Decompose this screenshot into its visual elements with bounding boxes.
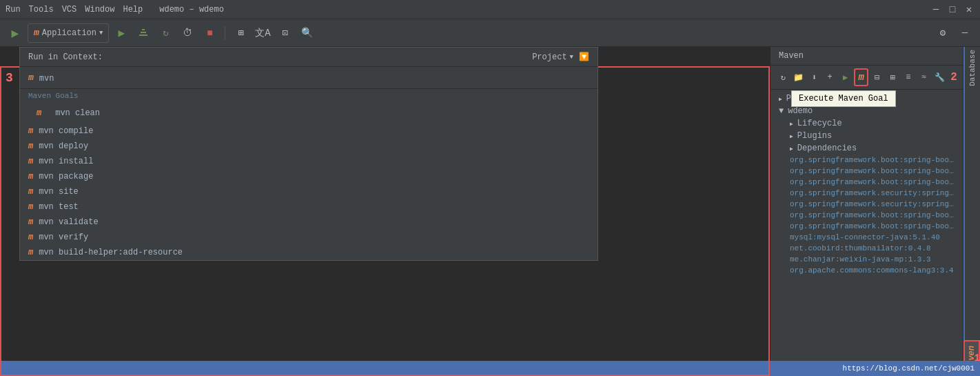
goal-item-test[interactable]: m mvn test bbox=[20, 199, 598, 215]
run-config-selector[interactable]: m Application ▼ bbox=[28, 23, 109, 43]
goal-icon-deploy: m bbox=[28, 141, 33, 151]
search-button[interactable]: 🔍 bbox=[297, 23, 316, 43]
dep-item-10[interactable]: org.apache.commons:commons-lang3:3.4 bbox=[770, 265, 963, 276]
maven-folder-button[interactable]: 📁 bbox=[792, 68, 806, 86]
run-button[interactable]: ▶ bbox=[112, 23, 131, 43]
goal-item-verify[interactable]: m mvn verify bbox=[20, 230, 598, 245]
dep-item-8[interactable]: net.coobird:thumbnailator:0.4.8 bbox=[770, 243, 963, 254]
goal-icon-site: m bbox=[28, 187, 33, 197]
svg-rect-1 bbox=[141, 32, 146, 33]
filter-button[interactable]: 🔽 bbox=[579, 52, 589, 62]
status-bar: https://blog.csdn.net/cjw0001 bbox=[0, 361, 980, 376]
project-dropdown-arrow: ▼ bbox=[570, 54, 573, 61]
dependencies-label: Dependencies bbox=[797, 144, 857, 153]
minimize-toolbar-button[interactable]: ─ bbox=[955, 23, 974, 43]
panel-controls: Project ▼ 🔽 bbox=[532, 52, 589, 62]
reload-button[interactable]: ↻ bbox=[156, 23, 175, 43]
dep-item-1[interactable]: org.springframework.boot:spring-boot-sta… bbox=[770, 166, 963, 177]
tree-dependencies[interactable]: Dependencies bbox=[770, 142, 963, 155]
maven-wrench-button[interactable]: 🔧 bbox=[932, 68, 947, 86]
maven-play-button[interactable]: ▶ bbox=[838, 68, 853, 86]
timer-button[interactable]: ⏱ bbox=[178, 23, 197, 43]
dep-item-2[interactable]: org.springframework.boot:spring-boot-sta… bbox=[770, 177, 963, 188]
mvn-command-input[interactable] bbox=[39, 73, 589, 83]
maximize-button[interactable]: □ bbox=[947, 4, 958, 15]
svg-rect-2 bbox=[142, 29, 145, 30]
dep-item-7[interactable]: mysql:mysql-connector-java:5.1.40 bbox=[770, 232, 963, 243]
coverage-button[interactable]: ⊞ bbox=[231, 23, 250, 43]
goal-item-install[interactable]: m mvn install bbox=[20, 154, 598, 169]
maven-settings-button[interactable]: ≈ bbox=[917, 68, 931, 86]
build-button[interactable] bbox=[134, 23, 153, 43]
dep-item-6[interactable]: org.springframework.boot:spring-boot-sta… bbox=[770, 221, 963, 232]
goal-label-test: mvn test bbox=[39, 202, 79, 212]
menu-vcs[interactable]: VCS bbox=[62, 5, 77, 14]
execute-maven-goal-button[interactable]: m bbox=[854, 68, 868, 86]
execute-maven-goal-tooltip: Execute Maven Goal bbox=[791, 90, 896, 107]
dep-item-3[interactable]: org.springframework.security:spring-secu… bbox=[770, 188, 963, 199]
layout-button[interactable]: ⊡ bbox=[275, 23, 294, 43]
dep-item-9[interactable]: me.chanjar:weixin-java-mp:1.3.3 bbox=[770, 254, 963, 265]
close-button[interactable]: ✕ bbox=[963, 3, 974, 15]
dep-item-0[interactable]: org.springframework.boot:spring-boot-sta… bbox=[770, 155, 963, 166]
menu-help[interactable]: Help bbox=[123, 5, 143, 14]
maven-tree: Profiles wdemo Lifecycle Plugins Depende… bbox=[770, 90, 963, 376]
maven-panel-title: Maven bbox=[770, 47, 963, 66]
goal-label-compile: mvn compile bbox=[39, 126, 93, 136]
layout-icon: ⊡ bbox=[282, 27, 287, 39]
back-arrow-button[interactable]: ▶ bbox=[6, 23, 25, 43]
goal-label-package: mvn package bbox=[39, 172, 93, 181]
project-label: Project bbox=[532, 52, 566, 62]
menu-run[interactable]: Run bbox=[6, 5, 21, 14]
menu-window[interactable]: Window bbox=[85, 5, 114, 14]
run-config-icon: m bbox=[34, 28, 39, 38]
goal-item-build-helper[interactable]: m mvn build-helper:add-resource bbox=[20, 245, 598, 260]
maven-list-button[interactable]: ≡ bbox=[901, 68, 916, 86]
maven-download-button[interactable]: ⬇ bbox=[807, 68, 821, 86]
goal-item-package[interactable]: m mvn package bbox=[20, 169, 598, 184]
run-in-context-label: Run in Context: bbox=[28, 52, 103, 62]
dep-item-5[interactable]: org.springframework.boot:spring-boot-dev… bbox=[770, 210, 963, 221]
status-url: https://blog.csdn.net/cjw0001 bbox=[843, 364, 974, 373]
window-controls: ─ □ ✕ bbox=[930, 3, 974, 15]
maven-split-button[interactable]: ⊟ bbox=[870, 68, 884, 86]
dependency-list: org.springframework.boot:spring-boot-sta… bbox=[770, 155, 963, 276]
project-dropdown[interactable]: Project ▼ bbox=[532, 52, 573, 62]
main-area: 3 spring-web Run in Context: Project bbox=[0, 47, 980, 376]
goal-label-install: mvn install bbox=[39, 157, 93, 166]
dep-item-4[interactable]: org.springframework.security:spring-secu… bbox=[770, 199, 963, 210]
run-config-label: Application bbox=[42, 28, 96, 38]
execute-maven-panel: Run in Context: Project ▼ 🔽 m Maven Goal… bbox=[19, 47, 598, 261]
tree-plugins[interactable]: Plugins bbox=[770, 130, 963, 142]
goal-item-compile[interactable]: m mvn compile bbox=[20, 123, 598, 139]
menu-bar: Run Tools VCS Window Help bbox=[6, 5, 143, 14]
goal-icon-build-helper: m bbox=[28, 248, 33, 257]
database-sidebar-tab[interactable]: Database bbox=[963, 47, 980, 340]
title-bar: Run Tools VCS Window Help wdemo – wdemo … bbox=[0, 0, 980, 19]
maven-lifecycle-button[interactable]: ⊞ bbox=[886, 68, 900, 86]
reload-icon: ↻ bbox=[163, 27, 168, 39]
plugins-label: Plugins bbox=[797, 131, 832, 141]
maven-right-panel: Maven ↻ 📁 ⬇ + ▶ m ⊟ ⊞ ≡ ≈ 🔧 2 Execute Ma… bbox=[770, 47, 963, 376]
maven-refresh-button[interactable]: ↻ bbox=[776, 68, 790, 86]
goal-item-site[interactable]: m mvn site bbox=[20, 184, 598, 199]
coverage-icon: ⊞ bbox=[238, 27, 243, 39]
stop-button[interactable]: ■ bbox=[200, 23, 219, 43]
translate-icon: 文A bbox=[255, 27, 270, 39]
translate-button[interactable]: 文A bbox=[253, 23, 272, 43]
settings-button[interactable]: ⚙ bbox=[933, 23, 952, 43]
tree-lifecycle[interactable]: Lifecycle bbox=[770, 117, 963, 130]
menu-tools[interactable]: Tools bbox=[29, 5, 54, 14]
goal-item-validate[interactable]: m mvn validate bbox=[20, 215, 598, 230]
maven-add-button[interactable]: + bbox=[823, 68, 837, 86]
goal-icon-package: m bbox=[28, 172, 33, 181]
minimize-button[interactable]: ─ bbox=[930, 4, 941, 15]
lifecycle-label: Lifecycle bbox=[797, 119, 842, 128]
goal-item-deploy[interactable]: m mvn deploy bbox=[20, 139, 598, 154]
goal-icon-validate: m bbox=[28, 217, 33, 227]
svg-rect-0 bbox=[139, 34, 147, 36]
search-icon: 🔍 bbox=[301, 27, 313, 39]
goal-icon-verify: m bbox=[28, 232, 33, 242]
maven-goals-label: Maven Goals bbox=[20, 89, 598, 103]
goal-item-clean[interactable]: m mvn clean bbox=[20, 103, 598, 123]
